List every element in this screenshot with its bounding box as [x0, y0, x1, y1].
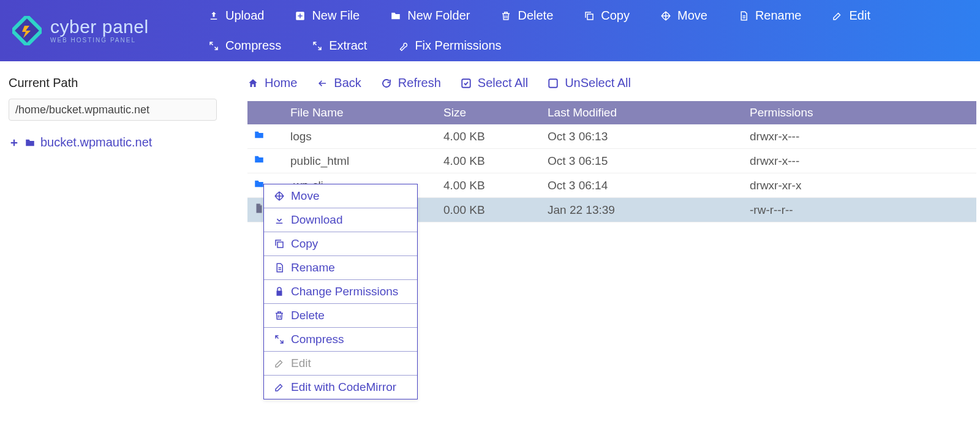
- context-copy-label: Copy: [291, 237, 318, 251]
- plus-square-icon: [295, 10, 306, 21]
- compress-icon: [274, 334, 285, 345]
- new-folder-button[interactable]: New Folder: [390, 9, 470, 23]
- context-edit[interactable]: Edit: [264, 352, 417, 376]
- compress-button[interactable]: Compress: [208, 39, 281, 53]
- cell-size: 4.00 KB: [437, 149, 541, 173]
- rename-button[interactable]: Rename: [738, 9, 802, 23]
- svg-rect-6: [277, 242, 283, 248]
- rename-label: Rename: [755, 9, 802, 23]
- cell-permissions: drwxr-xr-x: [744, 173, 976, 198]
- context-delete-label: Delete: [291, 309, 325, 322]
- context-rename-label: Rename: [291, 261, 335, 274]
- move-label: Move: [677, 9, 707, 23]
- context-compress[interactable]: Compress: [264, 328, 417, 352]
- folder-icon: [254, 154, 265, 165]
- context-download[interactable]: Download: [264, 208, 417, 232]
- main: Current Path bucket.wpmautic.net Home Ba…: [0, 61, 980, 435]
- svg-rect-3: [587, 14, 593, 20]
- delete-button[interactable]: Delete: [500, 9, 553, 23]
- trash-icon: [500, 10, 511, 21]
- context-rename[interactable]: Rename: [264, 256, 417, 280]
- select-all-label: Select All: [478, 76, 528, 90]
- cell-permissions: drwxr-x---: [744, 124, 976, 149]
- folder-icon: [24, 137, 36, 148]
- fix-permissions-button[interactable]: Fix Permissions: [398, 39, 501, 53]
- cell-size: 4.00 KB: [437, 173, 541, 198]
- tree-root-label: bucket.wpmautic.net: [40, 135, 152, 149]
- home-button[interactable]: Home: [247, 76, 297, 90]
- cell-size: 4.00 KB: [437, 124, 541, 149]
- sidebar: Current Path bucket.wpmautic.net: [0, 61, 233, 435]
- back-label: Back: [334, 76, 361, 90]
- table-header-row: File Name Size Last Modified Permissions: [247, 101, 976, 124]
- select-all-button[interactable]: Select All: [461, 76, 528, 90]
- extract-label: Extract: [329, 39, 367, 53]
- copy-button[interactable]: Copy: [584, 9, 630, 23]
- cell-modified: Oct 3 06:13: [541, 124, 744, 149]
- extract-icon: [312, 40, 323, 51]
- context-edit_cm-label: Edit with CodeMirror: [291, 380, 396, 394]
- move-button[interactable]: Move: [660, 9, 707, 23]
- home-label: Home: [265, 76, 297, 90]
- edit-label: Edit: [849, 9, 870, 23]
- cell-name: public_html: [284, 149, 437, 173]
- square-icon: [548, 78, 559, 89]
- check-square-icon: [461, 78, 472, 89]
- current-path-input[interactable]: [9, 99, 217, 121]
- brand-text: cyber panel WEB HOSTING PANEL: [50, 18, 149, 44]
- edit-icon: [832, 10, 843, 21]
- extract-button[interactable]: Extract: [312, 39, 367, 53]
- delete-label: Delete: [518, 9, 553, 23]
- tree-root[interactable]: bucket.wpmautic.net: [9, 135, 224, 149]
- edit-icon: [274, 382, 285, 393]
- move-icon: [660, 10, 671, 21]
- context-chperm[interactable]: Change Permissions: [264, 280, 417, 304]
- context-chperm-label: Change Permissions: [291, 285, 398, 298]
- context-move[interactable]: Move: [264, 184, 417, 208]
- context-edit_cm[interactable]: Edit with CodeMirror: [264, 376, 417, 399]
- context-menu: MoveDownloadCopyRenameChange Permissions…: [263, 184, 418, 399]
- folder-icon: [254, 129, 265, 140]
- brand-tagline: WEB HOSTING PANEL: [50, 37, 149, 44]
- upload-icon: [208, 10, 219, 21]
- brand-name: cyber panel: [50, 18, 149, 36]
- th-permissions: Permissions: [744, 101, 976, 124]
- copy-icon: [584, 10, 595, 21]
- cell-name: logs: [284, 124, 437, 149]
- logo: cyber panel WEB HOSTING PANEL: [12, 16, 208, 45]
- wrench-icon: [398, 40, 409, 51]
- action-bar: Home Back Refresh Select All UnSelect Al…: [247, 76, 976, 90]
- cell-size: 0.00 KB: [437, 198, 541, 222]
- context-delete[interactable]: Delete: [264, 304, 417, 328]
- refresh-icon: [381, 78, 392, 89]
- refresh-label: Refresh: [398, 76, 441, 90]
- cell-modified: Jan 22 13:39: [541, 198, 744, 222]
- th-size: Size: [437, 101, 541, 124]
- upload-label: Upload: [225, 9, 264, 23]
- download-icon: [274, 214, 285, 225]
- trash-icon: [274, 310, 285, 321]
- cell-permissions: -rw-r--r--: [744, 198, 976, 222]
- context-edit-label: Edit: [291, 357, 311, 370]
- upload-button[interactable]: Upload: [208, 9, 264, 23]
- file-text-icon: [738, 10, 749, 21]
- arrow-left-icon: [317, 78, 328, 89]
- edit-icon: [274, 358, 285, 369]
- compress-label: Compress: [225, 39, 281, 53]
- compress-icon: [208, 40, 219, 51]
- context-compress-label: Compress: [291, 333, 344, 346]
- edit-button[interactable]: Edit: [832, 9, 870, 23]
- new-folder-label: New Folder: [407, 9, 470, 23]
- table-row[interactable]: public_html4.00 KBOct 3 06:15drwxr-x---: [247, 149, 976, 173]
- th-modified: Last Modified: [541, 101, 744, 124]
- new-file-button[interactable]: New File: [295, 9, 360, 23]
- table-row[interactable]: logs4.00 KBOct 3 06:13drwxr-x---: [247, 124, 976, 149]
- copy-label: Copy: [601, 9, 630, 23]
- back-button[interactable]: Back: [317, 76, 361, 90]
- lock-icon: [274, 286, 285, 297]
- th-icon: [247, 101, 284, 124]
- context-copy[interactable]: Copy: [264, 232, 417, 256]
- context-move-label: Move: [291, 189, 319, 203]
- refresh-button[interactable]: Refresh: [381, 76, 441, 90]
- unselect-all-button[interactable]: UnSelect All: [548, 76, 631, 90]
